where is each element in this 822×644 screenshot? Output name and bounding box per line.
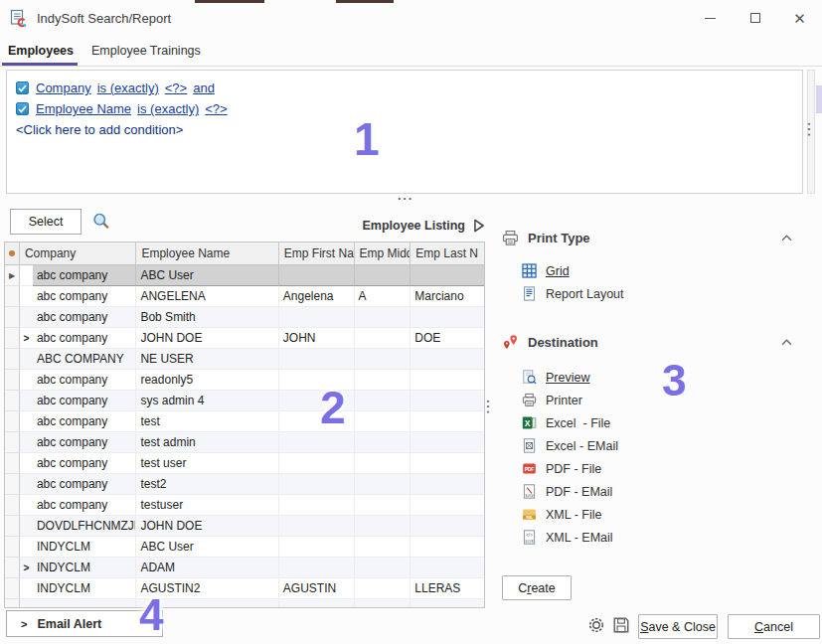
cell-company: abc company <box>33 307 137 328</box>
cell-first: AGUSTIN <box>279 578 355 599</box>
print-type-grid[interactable]: Grid <box>502 259 800 282</box>
settings-gear-icon[interactable] <box>587 616 605 634</box>
cell-mid <box>355 370 411 391</box>
destination-xml-file[interactable]: XMLXML - File <box>502 503 800 526</box>
destination-item-label: XML - File <box>546 508 602 522</box>
save-disk-icon[interactable] <box>612 616 630 634</box>
print-type-report-layout[interactable]: Report Layout <box>502 282 800 305</box>
svg-text:PDF: PDF <box>527 494 533 498</box>
table-row[interactable]: abc companyANGELENAAngelenaAMarciano <box>5 286 484 307</box>
column-header-emp-last-name[interactable]: Emp Last N <box>411 242 484 264</box>
close-button[interactable]: ✕ <box>777 3 822 33</box>
email-alert-expander[interactable]: > Email Alert <box>6 610 163 637</box>
save-and-close-button[interactable]: Save & Close <box>638 614 718 639</box>
condition-operator[interactable]: is (exactly) <box>137 101 199 116</box>
minimize-button[interactable] <box>688 3 733 33</box>
destination-item-label: Excel - File <box>546 416 610 430</box>
cell-last <box>411 391 484 411</box>
table-row[interactable]: abc companytest admin <box>5 432 484 453</box>
condition-field[interactable]: Company <box>36 80 91 95</box>
table-row[interactable] <box>5 599 484 608</box>
tab-employee-trainings[interactable]: Employee Trainings <box>83 40 211 66</box>
row-indicator-cell <box>5 558 20 578</box>
print-type-item-label: Report Layout <box>546 287 624 301</box>
search-icon[interactable] <box>91 212 111 232</box>
table-row[interactable]: INDYCLMAGUSTIN2AGUSTINLLERAS <box>5 578 484 599</box>
destination-item-label: XML - EMail <box>546 531 613 545</box>
row-indicator-cell <box>5 370 20 391</box>
table-row[interactable]: abc companytest <box>5 411 484 432</box>
tab-bar: Employees Employee Trainings <box>0 40 822 67</box>
print-type-section-header[interactable]: Print Type <box>502 227 800 248</box>
destination-excel-email[interactable]: Excel - EMail <box>502 434 800 457</box>
cell-last <box>411 265 484 286</box>
condition-field[interactable]: Employee Name <box>36 101 131 116</box>
condition-value[interactable]: <?> <box>205 101 227 116</box>
cell-last <box>411 307 484 328</box>
row-indicator-cell <box>5 516 20 537</box>
table-row[interactable]: >INDYCLMADAM <box>5 558 484 578</box>
maximize-button[interactable] <box>733 3 777 33</box>
condition-row: Companyis (exactly)<?>and <box>16 78 793 98</box>
cell-mid <box>355 578 411 599</box>
destination-printer[interactable]: Printer <box>502 389 800 411</box>
collapse-chevron-icon[interactable] <box>781 339 792 346</box>
cell-last <box>411 495 484 516</box>
table-row[interactable]: DOVDLFHCNMZJBIJOHN DOE <box>5 516 484 537</box>
destination-item-label: Preview <box>546 371 589 385</box>
table-row[interactable]: abc companyreadonly5 <box>5 370 484 391</box>
pdf-file-icon: PDF <box>522 461 537 476</box>
column-header-company[interactable]: Company <box>20 242 137 264</box>
cell-last <box>411 349 484 370</box>
cell-last: Marciano <box>411 286 484 307</box>
table-row[interactable]: abc companytestuser <box>5 495 484 516</box>
create-button[interactable]: Create <box>502 575 572 600</box>
column-header-employee-name[interactable]: Employee Name <box>136 242 278 264</box>
table-row[interactable]: abc companytest user <box>5 453 484 474</box>
grid-header: Company Employee Name Emp First Nai Emp … <box>5 242 484 265</box>
condition-value[interactable]: <?> <box>165 80 187 95</box>
condition-checkbox[interactable] <box>16 102 29 115</box>
excel-email-icon <box>522 438 537 453</box>
splitter-handle-vertical[interactable]: ··· <box>806 122 812 138</box>
row-indicator-header <box>5 242 20 264</box>
destination-xml-email[interactable]: </>XMLXML - EMail <box>502 526 800 549</box>
panel-splitter-handle[interactable]: ··· <box>485 400 491 415</box>
expand-row-icon[interactable]: > <box>20 328 33 349</box>
column-header-emp-first-name[interactable]: Emp First Nai <box>279 242 355 264</box>
cell-last <box>411 411 484 432</box>
cell-company: abc company <box>33 265 137 286</box>
table-row[interactable]: abc companyBob Smith <box>5 307 484 328</box>
destination-pdf-file[interactable]: PDFPDF - File <box>502 457 800 480</box>
collapse-chevron-icon[interactable] <box>781 235 792 242</box>
destination-preview[interactable]: Preview <box>502 366 800 389</box>
table-row[interactable]: abc companysys admin 4 <box>5 391 484 411</box>
column-header-emp-middle[interactable]: Emp Midd <box>355 242 411 264</box>
cell-mid <box>355 349 411 370</box>
run-listing-icon[interactable] <box>473 219 485 233</box>
select-button[interactable]: Select <box>10 209 82 235</box>
table-row[interactable]: >abc companyJOHN DOEJOHNDOE <box>5 328 484 349</box>
table-row[interactable]: ABC COMPANYNE USER <box>5 349 484 370</box>
splitter-handle-horizontal[interactable]: ··· <box>398 196 413 202</box>
expand-row-icon[interactable]: > <box>20 558 33 578</box>
condition-checkbox[interactable] <box>16 81 29 94</box>
condition-join[interactable]: and <box>193 80 215 95</box>
cell-name: readonly5 <box>136 370 278 391</box>
grid-icon <box>522 263 537 278</box>
condition-operator[interactable]: is (exactly) <box>97 80 159 95</box>
table-row[interactable]: abc companytest2 <box>5 474 484 495</box>
cell-last <box>411 432 484 453</box>
cell-name: test user <box>136 453 278 474</box>
destination-excel-file[interactable]: XExcel - File <box>502 411 800 434</box>
destination-pdf-email[interactable]: PDFPDF - EMail <box>502 480 800 503</box>
cancel-button[interactable]: Cancel <box>728 614 820 639</box>
add-condition-link[interactable]: <Click here to add condition> <box>16 119 793 140</box>
destination-section-header[interactable]: Destination <box>502 331 800 353</box>
tab-employees[interactable]: Employees <box>0 40 83 66</box>
cell-mid <box>355 391 411 411</box>
table-row[interactable]: ▶abc companyABC User <box>5 265 484 286</box>
destination-item-label: PDF - EMail <box>546 485 612 499</box>
table-row[interactable]: INDYCLMABC User <box>5 537 484 558</box>
row-expand-cell <box>20 495 33 516</box>
